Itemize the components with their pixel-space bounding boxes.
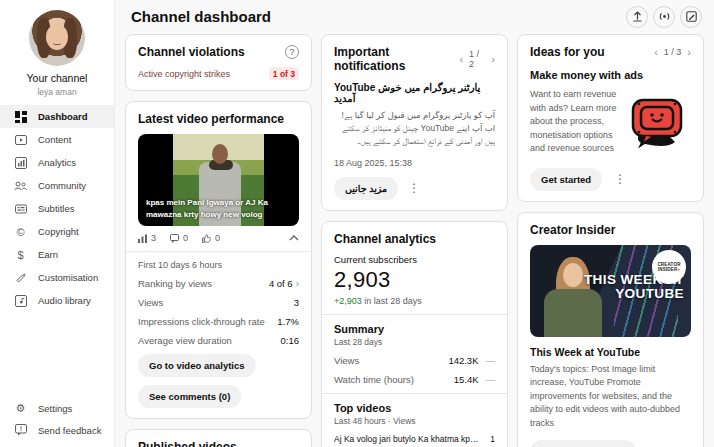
sidebar-menu: Dashboard Content Analytics Community Su… bbox=[0, 105, 114, 312]
sidebar-item-label: Customisation bbox=[38, 272, 98, 283]
subtitles-icon bbox=[14, 202, 27, 215]
sidebar-item-send-feedback[interactable]: Send feedback bbox=[0, 419, 114, 441]
channel-profile: Your channel leya aman bbox=[0, 0, 114, 97]
go-to-video-analytics-button[interactable]: Go to video analytics bbox=[138, 354, 256, 377]
avd-row: Average view duration 0:16 bbox=[138, 335, 299, 346]
your-channel-label: Your channel bbox=[0, 72, 114, 84]
notifications-title: Important notifications bbox=[334, 45, 459, 73]
sidebar-item-customisation[interactable]: Customisation bbox=[0, 266, 114, 289]
top-video-row[interactable]: Aj Ka volog jari butylo Ka khatma kpas s… bbox=[334, 434, 495, 444]
chevron-right-icon: › bbox=[296, 278, 299, 289]
ideas-body: Want to earn revenue with ads? Learn mor… bbox=[530, 88, 617, 156]
sidebar-item-dashboard[interactable]: Dashboard bbox=[0, 105, 114, 128]
ideas-pager: ‹ 1 / 3 › bbox=[654, 46, 691, 58]
published-videos-title: Published videos bbox=[138, 440, 299, 447]
sidebar-item-label: Dashboard bbox=[38, 111, 88, 122]
insider-headline: This Week at YouTube bbox=[530, 346, 691, 358]
content-icon bbox=[14, 133, 27, 146]
ideas-headline: Make money with ads bbox=[530, 69, 691, 81]
latest-video-performance-card: Latest video performance kpas mein Pani … bbox=[125, 101, 312, 419]
summary-title: Summary bbox=[334, 323, 495, 335]
creator-insider-title: Creator Insider bbox=[530, 223, 691, 237]
kebab-icon[interactable]: ⋮ bbox=[402, 181, 426, 195]
kebab-icon[interactable]: ⋮ bbox=[608, 172, 632, 186]
latest-video-title: Latest video performance bbox=[138, 112, 299, 126]
sidebar-footer: ⚙ Settings Send feedback bbox=[0, 397, 114, 441]
current-subscribers-label: Current subscribers bbox=[334, 254, 495, 265]
main-content: Channel dashboard Channel violations ? A bbox=[115, 0, 714, 447]
ideas-title: Ideas for you bbox=[530, 45, 605, 59]
see-comments-button[interactable]: See comments (0) bbox=[138, 385, 241, 408]
main-header: Channel dashboard bbox=[125, 0, 704, 29]
channel-violations-card: Channel violations ? Active copyright st… bbox=[125, 34, 312, 91]
video-title-overlay: kpas mein Pani lgwaya or AJ Ka mawazna k… bbox=[146, 197, 291, 221]
sidebar-item-label: Community bbox=[38, 180, 86, 191]
create-icon bbox=[686, 11, 697, 22]
dollar-icon: $ bbox=[14, 248, 27, 261]
copyright-icon: © bbox=[14, 225, 27, 238]
upload-video-button[interactable] bbox=[626, 6, 648, 28]
watch-on-youtube-button[interactable]: Watch on YouTube bbox=[530, 440, 636, 447]
notification-body: آپ کو پارٹنر پروگرام میں قبول کر لیا گیا… bbox=[334, 109, 495, 149]
performance-period: First 10 days 6 hours bbox=[138, 260, 299, 270]
prev-page-icon[interactable]: ‹ bbox=[459, 53, 463, 65]
summary-subtitle: Last 28 days bbox=[334, 337, 495, 347]
sidebar-item-audio-library[interactable]: Audio library bbox=[0, 289, 114, 312]
likes-stat: 0 bbox=[202, 233, 220, 243]
audio-library-icon bbox=[14, 294, 27, 307]
views-stat: 3 bbox=[138, 233, 156, 243]
upload-icon bbox=[632, 11, 643, 22]
subscriber-count: 2,903 bbox=[334, 267, 495, 293]
sidebar-item-label: Settings bbox=[38, 403, 72, 414]
summary-views-row: Views 142.3K— bbox=[334, 355, 495, 366]
analytics-icon bbox=[14, 156, 27, 169]
learn-more-button[interactable]: مزید جانیں bbox=[334, 177, 398, 200]
sidebar-item-analytics[interactable]: Analytics bbox=[0, 151, 114, 174]
sidebar-item-subtitles[interactable]: Subtitles bbox=[0, 197, 114, 220]
sidebar-item-earn[interactable]: $ Earn bbox=[0, 243, 114, 266]
important-notifications-card: Important notifications ‹ 1 / 2 › YouTub… bbox=[321, 34, 508, 211]
analytics-title: Channel analytics bbox=[334, 232, 495, 246]
notifications-pager: ‹ 1 / 2 › bbox=[459, 49, 495, 69]
copyright-strikes-label[interactable]: Active copyright strikes bbox=[138, 69, 230, 79]
collapse-icon[interactable] bbox=[289, 233, 299, 243]
feedback-icon bbox=[14, 424, 27, 437]
sidebar-item-content[interactable]: Content bbox=[0, 128, 114, 151]
top-videos-subtitle: Last 48 hours · Views bbox=[334, 416, 495, 426]
video-stats-row: 3 0 0 bbox=[138, 233, 299, 243]
help-icon[interactable]: ? bbox=[285, 45, 299, 59]
sidebar-item-community[interactable]: Community bbox=[0, 174, 114, 197]
sidebar-item-label: Subtitles bbox=[38, 203, 74, 214]
channel-analytics-card: Channel analytics Current subscribers 2,… bbox=[321, 221, 508, 447]
views-row: Views 3 bbox=[138, 297, 299, 308]
thumbs-up-icon bbox=[202, 234, 211, 243]
violations-title: Channel violations bbox=[138, 45, 245, 59]
go-live-button[interactable] bbox=[653, 6, 675, 28]
creator-insider-thumbnail[interactable]: THIS WEEK AT YOUTUBE CREATOR INSIDER+ bbox=[530, 245, 691, 337]
get-started-button[interactable]: Get started bbox=[530, 168, 602, 191]
page-indicator: 1 / 2 bbox=[469, 49, 485, 69]
ads-doodle-illustration bbox=[623, 88, 691, 156]
notification-headline: YouTube پارٹنر پروگرام میں خوش آمدید bbox=[334, 82, 495, 104]
comments-stat: 0 bbox=[170, 233, 188, 243]
channel-name: leya aman bbox=[0, 87, 114, 97]
create-button[interactable] bbox=[680, 6, 702, 28]
sidebar-item-label: Earn bbox=[38, 249, 58, 260]
sidebar-item-settings[interactable]: ⚙ Settings bbox=[0, 397, 114, 419]
community-icon bbox=[14, 179, 27, 192]
published-videos-card: Published videos Aj Ka volog jari butylo… bbox=[125, 429, 312, 447]
page-indicator: 1 / 3 bbox=[664, 47, 682, 57]
ideas-for-you-card: Ideas for you ‹ 1 / 3 › Make money with … bbox=[517, 34, 704, 202]
top-videos-title: Top videos bbox=[334, 402, 495, 414]
sidebar-item-copyright[interactable]: © Copyright bbox=[0, 220, 114, 243]
subscriber-delta: +2,903 in last 28 days bbox=[334, 296, 495, 306]
next-page-icon[interactable]: › bbox=[687, 46, 691, 58]
sidebar-item-label: Content bbox=[38, 134, 71, 145]
channel-avatar[interactable] bbox=[29, 10, 85, 66]
prev-page-icon[interactable]: ‹ bbox=[654, 46, 658, 58]
video-thumbnail[interactable]: kpas mein Pani lgwaya or AJ Ka mawazna k… bbox=[138, 134, 299, 226]
comment-icon bbox=[170, 234, 179, 243]
next-page-icon[interactable]: › bbox=[491, 53, 495, 65]
sidebar: Your channel leya aman Dashboard Content… bbox=[0, 0, 115, 447]
ranking-row[interactable]: Ranking by views 4 of 6› bbox=[138, 278, 299, 289]
